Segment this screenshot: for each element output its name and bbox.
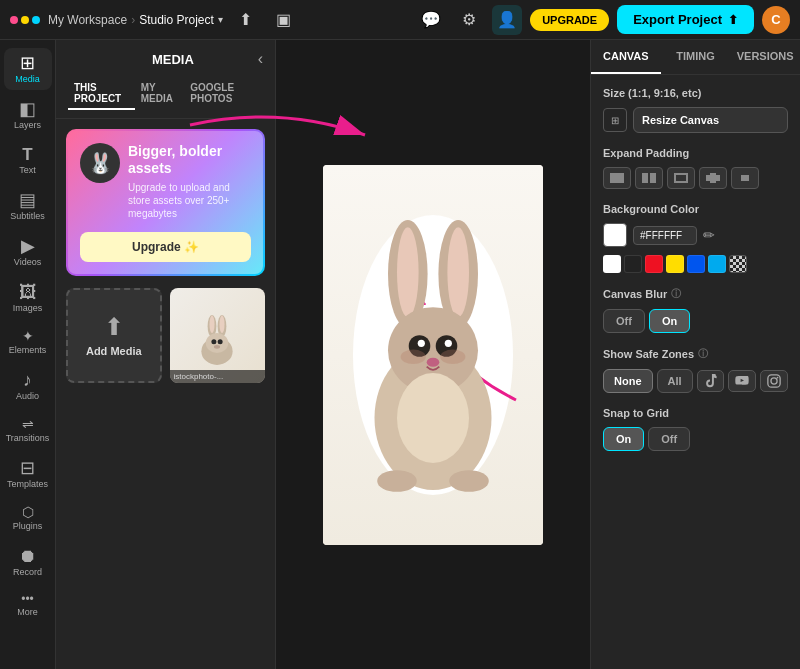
safe-zones-help-icon[interactable]: ⓘ: [698, 347, 708, 361]
expand-padding-label: Expand Padding: [603, 147, 788, 159]
expand-opt-2[interactable]: [635, 167, 663, 189]
swatch-transparent[interactable]: [729, 255, 747, 273]
canvas-blur-toggle: Off On: [603, 309, 788, 333]
canvas-blur-section: Canvas Blur ⓘ Off On: [603, 287, 788, 333]
swatch-red[interactable]: [645, 255, 663, 273]
right-panel-body: Size (1:1, 9:16, etc) ⊞ Resize Canvas Ex…: [591, 75, 800, 463]
snap-to-grid-off-button[interactable]: Off: [648, 427, 690, 451]
canvas-blur-on-button[interactable]: On: [649, 309, 690, 333]
sidebar-item-templates[interactable]: ⊟ Templates: [4, 453, 52, 495]
tab-timing[interactable]: TIMING: [661, 40, 731, 74]
upgrade-label: UPGRADE: [542, 14, 597, 26]
svg-rect-36: [768, 375, 780, 387]
safe-zone-tiktok-icon[interactable]: [697, 370, 725, 392]
upgrade-body: Upgrade to upload and store assets over …: [128, 181, 251, 220]
sidebar-item-record[interactable]: ⏺ Record: [4, 541, 52, 583]
background-color-section: Background Color ✏: [603, 203, 788, 273]
upgrade-text: Bigger, bolder assets Upgrade to upload …: [128, 143, 251, 220]
upload-button[interactable]: ⬆: [231, 5, 261, 35]
upgrade-button[interactable]: UPGRADE: [530, 9, 609, 31]
canvas-blur-off-button[interactable]: Off: [603, 309, 645, 333]
tab-google-photos[interactable]: GOOGLE PHOTOS: [184, 78, 263, 110]
expand-opt-3[interactable]: [667, 167, 695, 189]
media-panel: MEDIA ‹ THIS PROJECT MY MEDIA GOOGLE PHO…: [56, 40, 276, 669]
logo-dot-pink: [10, 16, 18, 24]
swatch-cyan[interactable]: [708, 255, 726, 273]
swatch-yellow[interactable]: [666, 255, 684, 273]
comment-button[interactable]: 💬: [416, 5, 446, 35]
audio-icon: ♪: [23, 371, 32, 389]
safe-zone-none-button[interactable]: None: [603, 369, 653, 393]
more-icon: •••: [21, 593, 34, 605]
export-label: Export Project: [633, 12, 722, 27]
media-grid: ⬆ Add Media: [66, 288, 265, 384]
breadcrumb-sep: ›: [131, 13, 135, 27]
snap-to-grid-toggle: On Off: [603, 427, 788, 451]
breadcrumb: My Workspace › Studio Project ▾: [48, 13, 223, 27]
templates-icon: ⊟: [20, 459, 35, 477]
sidebar-item-transitions[interactable]: ⇌ Transitions: [4, 411, 52, 449]
safe-zone-youtube-icon[interactable]: [728, 370, 756, 392]
svg-point-20: [401, 349, 426, 363]
svg-rect-28: [642, 173, 648, 183]
add-media-icon: ⬆: [104, 313, 124, 341]
user-avatar[interactable]: C: [762, 6, 790, 34]
expand-opt-1[interactable]: [603, 167, 631, 189]
safe-zone-all-button[interactable]: All: [657, 369, 693, 393]
size-section: Size (1:1, 9:16, etc) ⊞ Resize Canvas: [603, 87, 788, 133]
sidebar-item-videos[interactable]: ▶ Videos: [4, 231, 52, 273]
tab-canvas[interactable]: CANVAS: [591, 40, 661, 74]
expand-opt-5[interactable]: [731, 167, 759, 189]
media-panel-body: 🐰 Bigger, bolder assets Upgrade to uploa…: [56, 119, 275, 669]
project-label[interactable]: Studio Project: [139, 13, 214, 27]
sidebar-item-plugins[interactable]: ⬡ Plugins: [4, 499, 52, 537]
tab-versions[interactable]: VERSIONS: [730, 40, 800, 74]
bg-color-swatch[interactable]: [603, 223, 627, 247]
upgrade-banner-button[interactable]: Upgrade ✨: [80, 232, 251, 262]
export-button[interactable]: Export Project ⬆: [617, 5, 754, 34]
sidebar-item-elements[interactable]: ✦ Elements: [4, 323, 52, 361]
svg-point-3: [210, 315, 215, 333]
svg-point-37: [771, 378, 777, 384]
sidebar-item-more[interactable]: ••• More: [4, 587, 52, 623]
canvas-content: [323, 165, 543, 545]
sidebar-item-audio[interactable]: ♪ Audio: [4, 365, 52, 407]
svg-rect-32: [710, 173, 716, 183]
tab-this-project[interactable]: THIS PROJECT: [68, 78, 135, 110]
svg-point-18: [445, 339, 452, 346]
settings-button[interactable]: ⚙: [454, 5, 484, 35]
thumb-label: istockphoto-...: [170, 370, 266, 383]
resize-canvas-button[interactable]: Resize Canvas: [633, 107, 788, 133]
sidebar-item-media[interactable]: ⊞ Media: [4, 48, 52, 90]
expand-opt-4[interactable]: [699, 167, 727, 189]
logo-dot-cyan: [32, 16, 40, 24]
workspace-label[interactable]: My Workspace: [48, 13, 127, 27]
safe-zone-instagram-icon[interactable]: [760, 370, 788, 392]
plugins-icon: ⬡: [22, 505, 34, 519]
svg-rect-27: [610, 173, 624, 183]
add-media-button[interactable]: ⬆ Add Media: [66, 288, 162, 384]
media-thumbnail[interactable]: istockphoto-...: [170, 288, 266, 384]
preview-button[interactable]: ▣: [269, 5, 299, 35]
sidebar-item-images[interactable]: 🖼 Images: [4, 277, 52, 319]
color-picker-icon[interactable]: ✏: [703, 227, 715, 243]
canvas-blur-help-icon[interactable]: ⓘ: [671, 287, 681, 301]
swatch-dark[interactable]: [624, 255, 642, 273]
share-button[interactable]: 👤: [492, 5, 522, 35]
svg-point-19: [427, 357, 440, 366]
canvas-blur-label: Canvas Blur ⓘ: [603, 287, 788, 301]
tab-my-media[interactable]: MY MEDIA: [135, 78, 184, 110]
logo-dot-yellow: [21, 16, 29, 24]
snap-to-grid-on-button[interactable]: On: [603, 427, 644, 451]
sidebar-item-text[interactable]: T Text: [4, 140, 52, 181]
sidebar-item-subtitles[interactable]: ▤ Subtitles: [4, 185, 52, 227]
sidebar-item-layers[interactable]: ◧ Layers: [4, 94, 52, 136]
swatch-blue[interactable]: [687, 255, 705, 273]
bg-hex-input[interactable]: [633, 226, 697, 245]
project-chevron-icon[interactable]: ▾: [218, 14, 223, 25]
expand-padding-section: Expand Padding: [603, 147, 788, 189]
svg-rect-34: [716, 175, 720, 181]
media-panel-close-button[interactable]: ‹: [258, 50, 263, 68]
right-panel-tabs: CANVAS TIMING VERSIONS: [591, 40, 800, 75]
swatch-white[interactable]: [603, 255, 621, 273]
